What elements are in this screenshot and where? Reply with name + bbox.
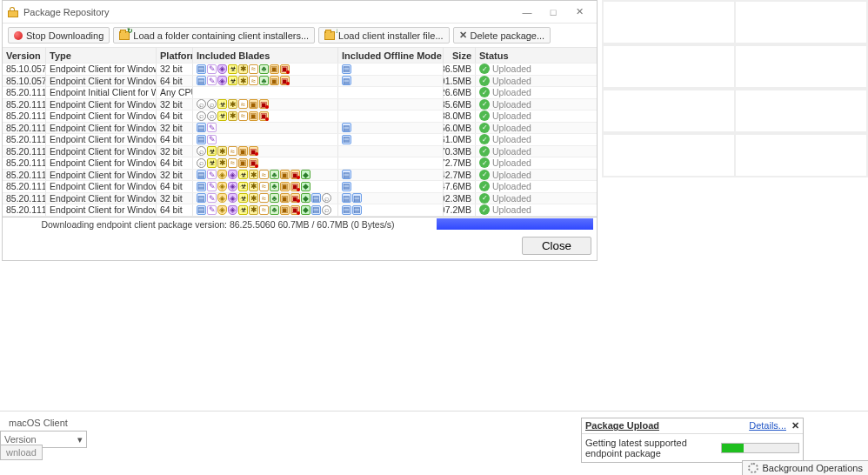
cell-version: 85.20.1115 xyxy=(3,170,46,181)
cell-offline: ▤ xyxy=(338,170,444,181)
toast-details-link[interactable]: Details... xyxy=(749,420,786,432)
mag-icon: ⌕ xyxy=(197,146,206,156)
table-row[interactable]: 85.20.1115Endpoint Client for Windows32 … xyxy=(3,193,597,205)
table-row[interactable]: 85.20.1115Endpoint Client for Windows32 … xyxy=(3,170,597,182)
shield-icon: ◈ xyxy=(217,205,227,215)
table-row[interactable]: 85.20.1115Endpoint Client for Windows64 … xyxy=(3,181,597,193)
cell-offline: ▤ xyxy=(338,64,444,75)
table-row[interactable]: 85.10.0575Endpoint Client for Windows64 … xyxy=(3,76,597,88)
cell-blades: ▤✎◈☣✱≈♣▣▣ xyxy=(193,64,338,75)
cell-size: 238.0MB xyxy=(444,110,476,122)
cell-size: 235.6MB xyxy=(444,99,476,110)
table-row[interactable]: 85.20.1115Endpoint Client for Windows64 … xyxy=(3,110,597,123)
cell-offline: ▤ xyxy=(338,181,444,192)
pen-icon: ✎ xyxy=(207,135,217,144)
delete-package-button[interactable]: ✕ Delete package... xyxy=(453,27,551,43)
bio-icon: ☣ xyxy=(217,111,227,121)
cell-blades: ▤✎◈◈☣✱≈♣▣▣◆▤⌕ xyxy=(193,204,338,216)
background-operations-button[interactable]: Background Operations xyxy=(742,460,868,475)
load-file-button[interactable]: Load client installer file... xyxy=(318,27,449,43)
shield-icon: ◈ xyxy=(217,182,227,191)
col-status[interactable]: Status xyxy=(476,48,597,63)
close-window-button[interactable]: ✕ xyxy=(567,4,591,20)
col-type[interactable]: Type xyxy=(46,48,157,63)
maximize-button[interactable]: □ xyxy=(541,4,565,20)
shield-icon: ◈ xyxy=(217,193,227,203)
table-row[interactable]: 85.20.1115Endpoint Client for Windows64 … xyxy=(3,204,597,217)
check-icon: ✓ xyxy=(479,157,490,168)
cell-platform: 32 bit xyxy=(157,64,193,75)
doc-icon: ▤ xyxy=(342,76,351,85)
green-icon: ◆ xyxy=(301,205,310,215)
cell-status: ✓Uploaded xyxy=(476,134,597,145)
toast-title: Package Upload xyxy=(585,420,659,432)
cell-size: 26.6MB xyxy=(444,87,476,98)
load-folder-button[interactable]: Load a folder containing client installe… xyxy=(113,27,315,43)
green-icon: ◆ xyxy=(301,170,310,179)
table-header: Version Type Platform Included Blades In… xyxy=(3,48,597,64)
doc-icon: ▤ xyxy=(342,193,351,203)
cell-blades: ▤✎ xyxy=(193,134,338,145)
table-row[interactable]: 85.20.1115Endpoint Client for Windows32 … xyxy=(3,99,597,111)
table-row[interactable]: 85.20.1115Endpoint Client for Windows64 … xyxy=(3,134,597,146)
bio-icon: ☣ xyxy=(238,193,248,203)
status-text: Uploaded xyxy=(492,110,531,121)
doc-icon: ▤ xyxy=(342,205,351,215)
wave-icon: ≈ xyxy=(249,64,258,74)
tree-icon: ♣ xyxy=(259,64,269,74)
status-text: Uploaded xyxy=(492,193,531,204)
tree-icon: ♣ xyxy=(270,170,279,179)
download-button-partial[interactable]: wnload xyxy=(0,445,43,460)
table-row[interactable]: 85.20.1115Endpoint Client for Windows32 … xyxy=(3,146,597,158)
delete-icon: ✕ xyxy=(459,30,467,41)
minimize-button[interactable]: — xyxy=(515,4,539,20)
col-version[interactable]: Version xyxy=(3,48,46,63)
cell-blades: ⌕⌕☣✱≈▣▣ xyxy=(193,99,338,110)
tree-icon: ♣ xyxy=(270,182,279,191)
cell-version: 85.20.1115 xyxy=(3,123,46,134)
table-row[interactable]: 85.10.0575Endpoint Client for Windows32 … xyxy=(3,64,597,76)
cell-status: ✓Uploaded xyxy=(476,204,597,216)
col-offline[interactable]: Included Offline Mode Blades xyxy=(338,48,444,63)
table-row[interactable]: 85.20.1115Endpoint Client for Windows64 … xyxy=(3,157,597,170)
cell-type: Endpoint Client for Windows xyxy=(46,64,157,75)
status-text: Uploaded xyxy=(492,134,531,144)
cell-type: Endpoint Client for Windows xyxy=(46,146,157,157)
shield2-icon: ◈ xyxy=(228,182,237,191)
doc-icon: ▤ xyxy=(197,135,206,144)
boxred-icon: ▣ xyxy=(290,182,300,191)
cell-blades: ⌕☣✱≈▣▣ xyxy=(193,146,338,157)
toast-message: Getting latest supported endpoint packag… xyxy=(585,438,716,458)
wave-icon: ≈ xyxy=(238,111,248,121)
col-blades[interactable]: Included Blades xyxy=(193,48,338,63)
table-row[interactable]: 85.20.1115Endpoint Client for Windows32 … xyxy=(3,123,597,135)
download-status-bar: Downloading endpoint client package vers… xyxy=(3,217,597,231)
close-button[interactable]: Close xyxy=(522,237,591,255)
doc-icon: ▤ xyxy=(352,205,362,215)
shield2-icon: ◈ xyxy=(228,170,237,179)
wave-icon: ≈ xyxy=(228,158,237,168)
cell-platform: 64 bit xyxy=(157,204,193,216)
col-platform[interactable]: Platform xyxy=(157,48,193,63)
cell-version: 85.20.1115 xyxy=(3,110,46,122)
wave-icon: ≈ xyxy=(259,193,269,203)
table-row[interactable]: 85.20.1115Endpoint Initial Client for Wi… xyxy=(3,87,597,99)
cell-offline xyxy=(338,157,444,169)
wave-icon: ≈ xyxy=(259,170,269,179)
pen-icon: ✎ xyxy=(207,123,217,132)
cell-type: Endpoint Client for Windows xyxy=(46,123,157,134)
boxred-icon: ▣ xyxy=(259,99,269,109)
cell-status: ✓Uploaded xyxy=(476,64,597,75)
box-icon: ▣ xyxy=(270,76,279,85)
toast-close-button[interactable]: ✕ xyxy=(791,420,799,432)
box-icon: ▣ xyxy=(238,146,248,156)
col-size[interactable]: Size xyxy=(444,48,476,63)
pen-icon: ✎ xyxy=(207,170,217,179)
toast-progress xyxy=(721,443,799,453)
wave-icon: ≈ xyxy=(238,99,248,109)
cell-blades: ▤✎◈◈☣✱≈♣▣▣◆▤⌕ xyxy=(193,193,338,204)
stop-downloading-button[interactable]: Stop Downloading xyxy=(8,27,110,43)
background-grid xyxy=(602,0,868,179)
cell-type: Endpoint Client for Windows xyxy=(46,76,157,87)
boxred-icon: ▣ xyxy=(290,170,300,179)
